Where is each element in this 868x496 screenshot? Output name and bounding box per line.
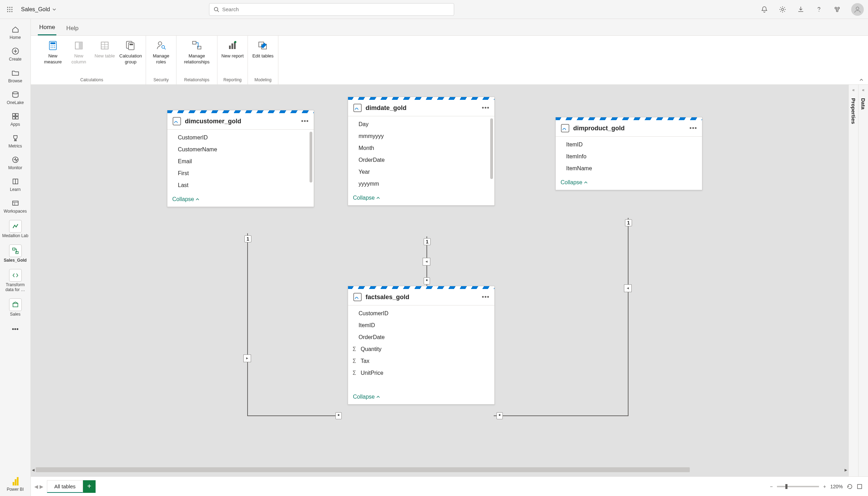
measure-name[interactable]: ΣTax [348,355,494,367]
measure-name[interactable]: ΣQuantity [348,343,494,355]
add-sheet-button[interactable]: + [83,480,96,493]
manage-roles-button[interactable]: Manage roles [149,38,173,76]
measure-name[interactable]: ΣUnitPrice [348,367,494,379]
rail-home[interactable]: Home [1,22,29,42]
relationship-line[interactable] [628,218,629,416]
notifications-icon[interactable] [760,5,769,14]
rail-powerbi[interactable]: Power BI [1,474,29,496]
rail-transform[interactable]: Transform data for … [1,267,29,294]
column-name[interactable]: ItemID [556,139,702,151]
column-name[interactable]: CustomerID [348,308,494,319]
download-icon[interactable] [797,5,805,14]
sheet-prev-icon[interactable]: ◀ [34,484,38,489]
settings-icon[interactable] [778,5,787,14]
properties-panel-tab[interactable]: « Properties [848,85,858,476]
zoom-in-button[interactable]: + [823,484,826,489]
column-name[interactable]: Year [348,166,494,178]
collapse-link[interactable]: Collapse [172,196,200,202]
app-launcher-icon[interactable] [4,4,15,15]
table-dimcustomer[interactable]: dimcustomer_gold ••• CustomerID Customer… [167,110,314,207]
search-box[interactable] [209,3,454,16]
column-name[interactable]: yyyymm [348,178,494,190]
rail-create[interactable]: Create [1,44,29,64]
column-name[interactable]: Day [348,118,494,130]
collapse-link[interactable]: Collapse [353,195,380,201]
collapse-link[interactable]: Collapse [561,179,588,186]
rail-workspaces[interactable]: Workspaces [1,196,29,216]
zoom-out-button[interactable]: − [770,484,773,489]
collapse-link[interactable]: Collapse [353,394,380,400]
table-dimdate[interactable]: dimdate_gold ••• Day mmmyyyy Month Order… [348,97,495,206]
rail-learn[interactable]: Learn [1,174,29,194]
tab-help[interactable]: Help [65,21,80,35]
zoom-slider[interactable] [777,486,819,487]
relationship-line[interactable] [494,415,629,416]
svg-rect-60 [13,482,14,485]
relationship-line[interactable] [247,415,340,416]
rail-more[interactable]: ••• [1,322,29,336]
rail-onelake[interactable]: OneLake [1,88,29,107]
column-name[interactable]: First [167,167,314,179]
ribbon-label-relationships: Relationships [184,76,209,84]
svg-rect-39 [229,46,231,49]
scroll-right-icon[interactable]: ▶ [843,467,848,473]
search-input[interactable] [222,6,450,12]
column-name[interactable]: Last [167,179,314,191]
column-name[interactable]: Month [348,142,494,154]
sheet-next-icon[interactable]: ▶ [40,484,43,489]
table-menu-icon[interactable]: ••• [689,125,697,132]
bar-chart-icon [226,39,239,52]
table-name: dimproduct_gold [573,125,686,132]
data-label: Data [860,95,866,110]
column-name[interactable]: ItemID [348,319,494,331]
help-icon[interactable] [815,5,823,14]
user-avatar[interactable] [851,3,864,16]
zoom-fit-icon[interactable] [857,484,862,489]
table-scrollbar[interactable] [490,118,493,190]
svg-point-21 [54,46,55,46]
table-menu-icon[interactable]: ••• [301,118,309,125]
model-canvas[interactable]: 1 * 1 * 1 * dimcustomer_gold ••• Custome… [31,85,848,467]
column-name[interactable]: ItemName [556,163,702,174]
table-menu-icon[interactable]: ••• [482,104,489,112]
svg-point-16 [856,7,859,10]
ribbon-collapse-icon[interactable] [859,77,864,82]
rail-monitor[interactable]: Monitor [1,153,29,172]
edit-tables-button[interactable]: Edit tables [251,38,275,76]
rail-apps[interactable]: Apps [1,109,29,129]
table-factsales[interactable]: factsales_gold ••• CustomerID ItemID Ord… [348,286,495,405]
manage-relationships-button[interactable]: Manage relationships [179,38,214,76]
table-scrollbar[interactable] [310,132,312,191]
table-delta-icon [353,103,362,112]
column-name[interactable]: CustomerName [167,144,314,156]
table-dimproduct[interactable]: dimproduct_gold ••• ItemID ItemInfo Item… [555,117,702,190]
new-table-button: New table [92,38,117,76]
table-menu-icon[interactable]: ••• [482,294,489,301]
column-name[interactable]: OrderDate [348,331,494,343]
column-name[interactable]: Email [167,156,314,167]
column-name[interactable]: ItemInfo [556,151,702,163]
share-icon[interactable] [833,5,841,14]
rail-sales-gold[interactable]: Sales_Gold [1,242,29,265]
sigma-icon: Σ [352,370,357,376]
file-title-text: Sales_Gold [21,6,50,13]
new-report-button[interactable]: New report [220,38,245,76]
table-stripe [167,110,314,113]
new-measure-button[interactable]: New measure [41,38,65,76]
zoom-reset-icon[interactable] [847,484,853,489]
tab-home[interactable]: Home [38,20,56,35]
canvas-hscroll[interactable]: ◀ ▶ [31,467,848,473]
rail-browse[interactable]: Browse [1,66,29,85]
column-name[interactable]: mmmyyyy [348,130,494,142]
data-panel-tab[interactable]: « Data [858,85,868,476]
file-title[interactable]: Sales_Gold [21,6,56,13]
rail-medallion[interactable]: Medallion Lab [1,218,29,240]
calculation-group-button[interactable]: Calculation group [118,38,143,76]
scroll-left-icon[interactable]: ◀ [31,467,36,473]
column-name[interactable]: OrderDate [348,154,494,166]
sheet-tab-all-tables[interactable]: All tables [47,480,83,493]
relationship-line[interactable] [247,233,248,415]
rail-sales[interactable]: Sales [1,296,29,319]
rail-metrics[interactable]: Metrics [1,131,29,151]
column-name[interactable]: CustomerID [167,132,314,144]
